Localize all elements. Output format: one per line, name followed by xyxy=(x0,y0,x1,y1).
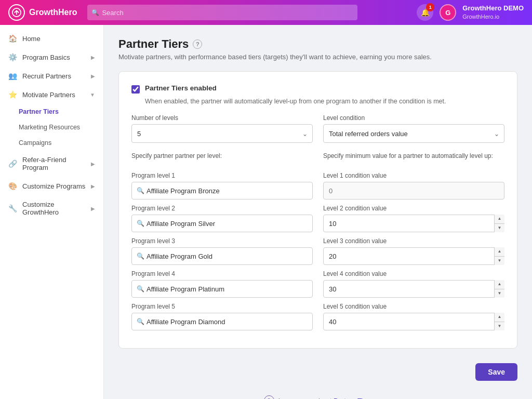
condition-input-3[interactable] xyxy=(323,247,504,265)
condition-col-5: Level 5 condition value ▲ ▼ xyxy=(323,303,504,330)
sidebar-item-customize-programs[interactable]: 🎨 Customize Programs ▶ xyxy=(0,177,103,195)
program-col-2: Program level 2 🔍 xyxy=(131,205,313,232)
program-search-wrap-1: 🔍 xyxy=(131,182,313,200)
spinner-up-5[interactable]: ▲ xyxy=(494,313,504,322)
spinner-down-2[interactable]: ▼ xyxy=(494,224,504,233)
program-level-label-1: Program level 1 xyxy=(131,172,313,179)
refer-icon: 🔗 xyxy=(8,159,17,168)
chevron-right-icon: ▶ xyxy=(91,183,95,189)
spinners-3: ▲ ▼ xyxy=(494,247,504,265)
levels-container: Program level 1 🔍 Level 1 condition valu… xyxy=(131,172,504,330)
topnav: GrowthHero 🔍 🔔 1 G GrowthHero DEMO Growt… xyxy=(0,0,532,25)
page-title-text: Partner Tiers xyxy=(118,37,189,51)
level-condition-select[interactable]: Total referred orders value xyxy=(323,124,504,143)
sidebar-item-recruit-partners[interactable]: 👥 Recruit Partners ▶ xyxy=(0,66,103,85)
spinners-5: ▲ ▼ xyxy=(494,313,504,330)
logo-icon xyxy=(8,4,25,21)
level-condition-label: Level condition xyxy=(323,114,504,122)
sidebar-item-customize-growthhero[interactable]: 🔧 Customize GrowthHero ▶ xyxy=(0,195,103,221)
program-input-2[interactable] xyxy=(131,215,313,232)
program-level-label-3: Program level 3 xyxy=(131,237,313,245)
program-col-5: Program level 5 🔍 xyxy=(131,303,313,330)
num-levels-label: Number of levels xyxy=(131,114,313,122)
section-labels-row: Specify partner partner per level: Speci… xyxy=(131,150,504,167)
program-input-3[interactable] xyxy=(131,247,313,265)
sidebar-item-campaigns[interactable]: Campaigns xyxy=(19,135,103,151)
recruit-icon: 👥 xyxy=(8,72,17,80)
condition-input-wrap-2: ▲ ▼ xyxy=(323,215,504,232)
condition-input-5[interactable] xyxy=(323,313,504,330)
program-level-label-4: Program level 4 xyxy=(131,270,313,277)
spinner-down-4[interactable]: ▼ xyxy=(494,289,504,298)
program-search-icon-1: 🔍 xyxy=(137,187,144,194)
spinner-up-2[interactable]: ▲ xyxy=(494,215,504,224)
condition-label-3: Level 3 condition value xyxy=(323,237,504,245)
search-input[interactable] xyxy=(87,5,357,20)
num-levels-select[interactable]: 5 1 2 3 4 xyxy=(131,124,313,143)
sidebar-submenu-motivate: Partner Tiers Marketing Resources Campai… xyxy=(0,104,103,151)
avatar: G xyxy=(440,4,456,21)
home-icon: 🏠 xyxy=(8,34,17,43)
condition-label-5: Level 5 condition value xyxy=(323,303,504,310)
sidebar-item-label: Customize GrowthHero xyxy=(22,201,86,216)
save-button[interactable]: Save xyxy=(475,363,517,381)
specify-min-label: Specify minimum value for a partner to a… xyxy=(323,152,504,159)
sidebar-item-label: Home xyxy=(22,35,41,43)
sidebar-item-partner-tiers[interactable]: Partner Tiers xyxy=(19,104,103,119)
condition-input-wrap-5: ▲ ▼ xyxy=(323,313,504,330)
condition-label-2: Level 2 condition value xyxy=(323,205,504,212)
level-row-2: Program level 2 🔍 Level 2 condition valu… xyxy=(131,205,504,232)
sidebar-item-program-basics[interactable]: ⚙️ Program Basics ▶ xyxy=(0,48,103,66)
program-col-1: Program level 1 🔍 xyxy=(131,172,313,200)
notification-button[interactable]: 🔔 1 xyxy=(417,4,433,21)
spinner-up-3[interactable]: ▲ xyxy=(494,247,504,257)
motivate-icon: ⭐ xyxy=(8,90,17,99)
program-level-label-2: Program level 2 xyxy=(131,205,313,212)
help-link[interactable]: Partner Tiers xyxy=(334,397,372,400)
condition-input-wrap-4: ▲ ▼ xyxy=(323,280,504,298)
page-title: Partner Tiers ? xyxy=(118,37,517,51)
condition-input-wrap-3: ▲ ▼ xyxy=(323,247,504,265)
spinner-up-4[interactable]: ▲ xyxy=(494,280,504,289)
condition-input-4[interactable] xyxy=(323,280,504,298)
footer-row: Save xyxy=(118,357,517,387)
program-basics-icon: ⚙️ xyxy=(8,53,17,61)
partner-tiers-checkbox[interactable] xyxy=(131,85,140,94)
sidebar-item-motivate-partners[interactable]: ⭐ Motivate Partners ▼ xyxy=(0,85,103,104)
page-subtitle: Motivate partners, with performance base… xyxy=(118,53,517,61)
chevron-right-icon: ▶ xyxy=(91,55,95,60)
checkbox-description: When enabled, the partner will automatic… xyxy=(145,98,504,105)
spinner-down-5[interactable]: ▼ xyxy=(494,322,504,331)
condition-label-4: Level 4 condition value xyxy=(323,270,504,277)
condition-input-wrap-1 xyxy=(323,182,504,200)
sidebar-item-refer-a-friend[interactable]: 🔗 Refer-a-Friend Program ▶ xyxy=(0,151,103,177)
level-row-5: Program level 5 🔍 Level 5 condition valu… xyxy=(131,303,504,330)
chevron-down-icon: ▼ xyxy=(90,92,95,98)
program-search-wrap-2: 🔍 xyxy=(131,215,313,232)
condition-input-2[interactable] xyxy=(323,215,504,232)
help-circle-icon: ? xyxy=(264,395,274,399)
spinners-2: ▲ ▼ xyxy=(494,215,504,232)
title-help-icon[interactable]: ? xyxy=(193,39,202,49)
program-input-5[interactable] xyxy=(131,313,313,330)
program-input-1[interactable] xyxy=(131,182,313,200)
body-wrap: 🏠 Home ⚙️ Program Basics ▶ 👥 Recruit Par… xyxy=(0,25,532,399)
search-bar: 🔍 xyxy=(87,5,406,20)
num-levels-col: Number of levels 5 1 2 3 4 xyxy=(131,114,313,143)
user-name: GrowthHero DEMO xyxy=(462,4,524,13)
main-content: Partner Tiers ? Motivate partners, with … xyxy=(104,25,532,399)
condition-input-1 xyxy=(323,182,504,200)
level-row-3: Program level 3 🔍 Level 3 condition valu… xyxy=(131,237,504,265)
search-icon: 🔍 xyxy=(91,9,99,16)
condition-col-1: Level 1 condition value xyxy=(323,172,504,200)
program-search-icon-5: 🔍 xyxy=(137,318,144,325)
customize-gh-icon: 🔧 xyxy=(8,204,17,212)
sidebar-item-marketing-resources[interactable]: Marketing Resources xyxy=(19,119,103,135)
user-domain: GrowthHero.io xyxy=(462,13,524,20)
sidebar-item-home[interactable]: 🏠 Home xyxy=(0,29,103,48)
program-search-wrap-4: 🔍 xyxy=(131,280,313,298)
sidebar-item-label: Motivate Partners xyxy=(22,91,75,99)
program-search-wrap-5: 🔍 xyxy=(131,313,313,330)
program-input-4[interactable] xyxy=(131,280,313,298)
spinner-down-3[interactable]: ▼ xyxy=(494,257,504,265)
